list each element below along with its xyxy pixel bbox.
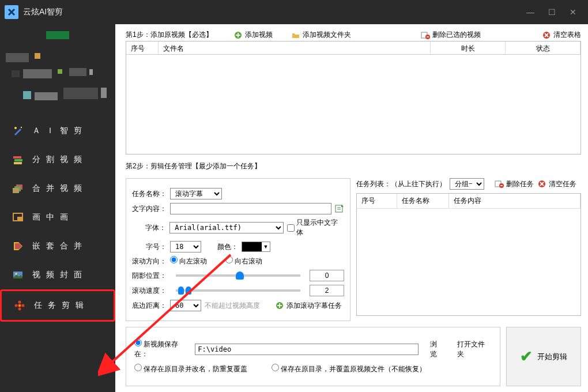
sidebar-item-label: 合 并 视 频 <box>32 183 84 194</box>
picture-icon <box>12 269 24 281</box>
svg-point-15 <box>15 304 18 307</box>
sidebar-item-label: Ａ Ｉ 智 剪 <box>32 126 84 136</box>
sidebar-item-task-edit[interactable]: 任 务 剪 辑 <box>0 289 115 322</box>
svg-rect-2 <box>13 156 21 159</box>
sidebar-item-nest[interactable]: 嵌 套 合 并 <box>0 232 115 261</box>
size-label: 字号： <box>132 242 167 252</box>
pixelated-banner <box>0 24 115 111</box>
save-path-input[interactable] <box>195 344 418 355</box>
step2-label: 第2步：剪辑任务管理【最少添加一个任务】 <box>126 161 581 171</box>
bottom-label: 底边距离： <box>132 301 167 311</box>
svg-rect-9 <box>17 217 22 220</box>
task-list-header: 序号 任务名称 任务内容 <box>357 194 581 209</box>
shadow-value: 0 <box>310 270 344 281</box>
add-scroll-task-button[interactable]: 添加滚动字幕任务 <box>275 301 342 311</box>
maximize-button[interactable]: ☐ <box>548 7 556 17</box>
app-title: 云炫AI智剪 <box>23 7 63 17</box>
text-content-label: 文字内容： <box>132 204 167 214</box>
svg-rect-7 <box>13 188 19 193</box>
dir-right-radio[interactable]: 向右滚动 <box>225 256 262 266</box>
svg-rect-3 <box>14 159 22 161</box>
task-list-body[interactable] <box>357 209 581 317</box>
sidebar-item-label: 嵌 套 合 并 <box>32 241 84 251</box>
add-folder-button[interactable]: 添加视频文件夹 <box>291 30 351 40</box>
dir-left-radio[interactable]: 向左滚动 <box>170 256 207 266</box>
clear-table-button[interactable]: 清空表格 <box>542 30 581 40</box>
clear-icon <box>537 179 546 189</box>
wizard-icon <box>12 125 24 137</box>
delete-selected-button[interactable]: 删除已选的视频 <box>421 30 481 40</box>
group-select[interactable]: 分组一 <box>450 178 484 190</box>
svg-point-11 <box>15 273 17 275</box>
sidebar-item-split[interactable]: 分 割 视 频 <box>0 145 115 174</box>
plus-circle-icon <box>275 301 284 310</box>
open-folder-button[interactable]: 打开文件夹 <box>457 340 492 359</box>
bottom-hint: 不能超过视频高度 <box>205 301 260 311</box>
video-table-body[interactable] <box>126 55 581 154</box>
svg-point-14 <box>18 308 21 311</box>
task-name-label: 任务名称： <box>132 189 167 199</box>
save-overwrite-radio[interactable]: 保存在原目录，并覆盖原视频文件（不能恢复） <box>272 364 426 374</box>
folder-icon <box>291 31 300 40</box>
add-video-button[interactable]: 添加视频 <box>233 30 273 40</box>
sidebar-item-merge[interactable]: 合 并 视 频 <box>0 174 115 203</box>
clear-task-button[interactable]: 清空任务 <box>537 179 576 189</box>
task-list-label: 任务列表：（从上往下执行） <box>356 179 446 189</box>
svg-point-16 <box>22 304 25 307</box>
text-content-input[interactable] <box>170 203 331 214</box>
pip-icon <box>12 211 24 224</box>
font-label: 字体： <box>132 223 166 233</box>
task-name-select[interactable]: 滚动字幕 <box>170 188 222 199</box>
sidebar-item-pip[interactable]: 画 中 画 <box>0 203 115 232</box>
browse-button[interactable]: 浏览 <box>430 340 444 359</box>
speed-label: 滚动速度： <box>132 286 167 296</box>
check-icon: ✔ <box>520 348 533 365</box>
delete-task-button[interactable]: 删除任务 <box>495 179 534 189</box>
font-select[interactable]: Arial(arial.ttf) <box>169 222 284 233</box>
sidebar-item-label: 画 中 画 <box>32 212 70 223</box>
flower-icon <box>13 299 26 312</box>
svg-point-13 <box>18 301 21 304</box>
save-options: 新视频保存在： 浏览 打开文件夹 保存在原目录并改名，防重复覆盖 保存在原目录，… <box>126 327 500 386</box>
sidebar-item-label: 视 频 封 面 <box>32 270 84 280</box>
svg-point-17 <box>19 305 21 307</box>
sidebar-item-cover[interactable]: 视 频 封 面 <box>0 261 115 289</box>
close-button[interactable]: ✕ <box>570 7 576 17</box>
color-label: 颜色： <box>217 242 238 252</box>
layers-icon <box>12 153 24 166</box>
svg-point-0 <box>14 127 17 129</box>
start-edit-button[interactable]: ✔ 开始剪辑 <box>506 327 581 386</box>
shadow-slider[interactable] <box>176 274 300 277</box>
svg-rect-4 <box>14 162 22 164</box>
only-cn-checkbox[interactable]: 只显示中文字体 <box>287 218 344 238</box>
sidebar-item-label: 任 务 剪 辑 <box>34 300 85 311</box>
sidebar-item-label: 分 割 视 频 <box>32 154 84 165</box>
speed-slider[interactable] <box>176 289 300 292</box>
svg-point-1 <box>21 127 22 128</box>
color-select[interactable]: ▼ <box>242 242 270 252</box>
save-new-radio[interactable]: 新视频保存在： <box>134 339 191 359</box>
sidebar-item-ai-edit[interactable]: Ａ Ｉ 智 剪 <box>0 116 115 145</box>
scroll-dir-label: 滚动方向： <box>132 257 167 266</box>
app-logo-icon <box>5 5 18 19</box>
sidebar: Ａ Ｉ 智 剪 分 割 视 频 合 并 视 频 画 中 画 嵌 套 合 并 视 … <box>0 24 115 392</box>
shadow-label: 阴影位置： <box>132 271 167 281</box>
delete-row-icon <box>421 31 430 40</box>
clear-icon <box>542 31 551 40</box>
video-table-header: 序号 文件名 时长 状态 <box>126 41 581 55</box>
speed-value: 2 <box>310 285 344 296</box>
stack-icon <box>12 182 24 195</box>
save-rename-radio[interactable]: 保存在原目录并改名，防重复覆盖 <box>134 364 247 374</box>
step1-label: 第1步：添加原视频【必选】 <box>126 30 213 40</box>
import-text-icon[interactable] <box>335 204 344 213</box>
plus-circle-icon <box>233 31 243 40</box>
delete-row-icon <box>495 179 504 189</box>
size-select[interactable]: 18 <box>170 241 201 252</box>
tags-icon <box>12 240 24 252</box>
minimize-button[interactable]: — <box>526 7 534 17</box>
bottom-select[interactable]: 60 <box>170 300 201 311</box>
titlebar: 云炫AI智剪 — ☐ ✕ <box>0 0 588 24</box>
